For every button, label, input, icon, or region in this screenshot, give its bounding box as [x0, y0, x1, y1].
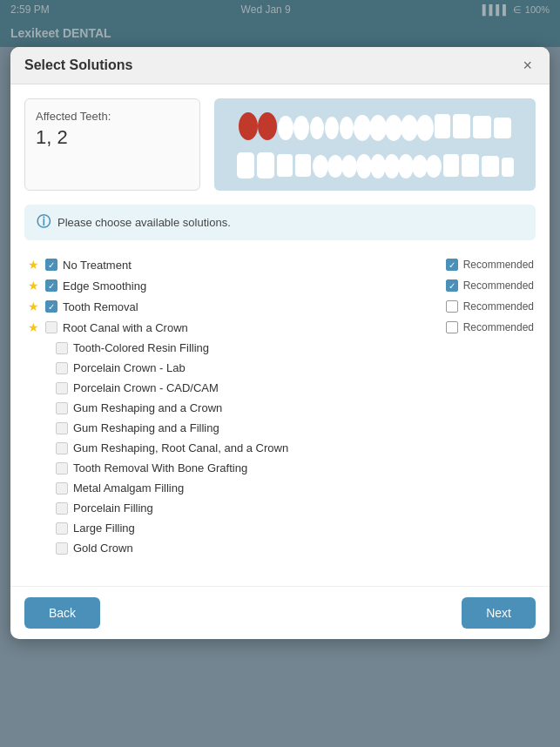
solution-item[interactable]: Porcelain Crown - Lab: [24, 358, 536, 378]
solution-checkbox[interactable]: [56, 342, 68, 354]
solution-right: Recommended: [421, 321, 534, 333]
modal-header: Select Solutions ×: [10, 47, 550, 84]
recommended-label: Recommended: [463, 279, 534, 292]
solution-left: Porcelain Filling: [56, 501, 534, 515]
recommended-label: Recommended: [463, 259, 534, 271]
svg-rect-17: [257, 152, 274, 178]
solution-left: ★✓Edge Smoothing: [26, 279, 421, 293]
solution-checkbox[interactable]: [56, 522, 68, 535]
recommended-checkbox[interactable]: ✓: [446, 279, 458, 292]
svg-rect-19: [295, 154, 311, 177]
recommended-checkbox[interactable]: ✓: [446, 259, 458, 271]
star-filled-icon[interactable]: ★: [26, 320, 40, 334]
solution-item[interactable]: ★✓Tooth RemovalRecommended: [24, 296, 536, 317]
solution-left: Porcelain Crown - Lab: [56, 361, 534, 374]
solution-label: Large Filling: [73, 522, 135, 535]
info-text: Please choose available solutions.: [57, 216, 231, 229]
solution-checkbox[interactable]: ✓: [45, 279, 57, 292]
solution-item[interactable]: Metal Amalgam Filling: [24, 478, 536, 498]
solution-left: Gum Reshaping, Root Canal, and a Crown: [56, 441, 534, 454]
info-banner: ⓘ Please choose available solutions.: [24, 205, 536, 240]
star-filled-icon[interactable]: ★: [26, 258, 40, 272]
solution-label: Tooth Removal With Bone Grafting: [73, 461, 247, 474]
solution-item[interactable]: Gum Reshaping, Root Canal, and a Crown: [24, 438, 536, 458]
solution-item[interactable]: ★Root Canal with a CrownRecommended: [24, 317, 536, 338]
solution-item[interactable]: Tooth-Colored Resin Filling: [24, 338, 536, 358]
solution-right: ✓Recommended: [421, 259, 534, 271]
lower-teeth-svg: [236, 147, 515, 184]
svg-point-22: [341, 155, 357, 178]
svg-point-25: [384, 154, 400, 178]
close-button[interactable]: ×: [519, 57, 536, 73]
recommended-checkbox[interactable]: [446, 321, 458, 333]
modal-select-solutions: Select Solutions × Affected Teeth: 1, 2: [10, 47, 550, 639]
solutions-list: ★✓No Treatment✓Recommended★✓Edge Smoothi…: [24, 254, 536, 558]
affected-teeth-box: Affected Teeth: 1, 2: [24, 98, 200, 191]
solution-left: ★Root Canal with a Crown: [26, 320, 421, 334]
svg-point-28: [426, 155, 442, 178]
svg-point-2: [278, 116, 293, 140]
svg-point-20: [313, 155, 328, 178]
solution-checkbox[interactable]: ✓: [45, 300, 57, 313]
solution-left: Porcelain Crown - CAD/CAM: [56, 381, 534, 394]
solution-item[interactable]: Tooth Removal With Bone Grafting: [24, 458, 536, 478]
solution-checkbox[interactable]: [56, 422, 68, 434]
solution-label: Porcelain Filling: [73, 501, 153, 515]
modal-footer: Back Next: [10, 586, 550, 639]
svg-point-6: [340, 117, 354, 139]
solution-label: Gum Reshaping, Root Canal, and a Crown: [73, 441, 288, 454]
solution-item[interactable]: Gum Reshaping and a Filling: [24, 418, 536, 438]
modal-body: Affected Teeth: 1, 2: [10, 84, 550, 586]
solution-label: Porcelain Crown - CAD/CAM: [73, 381, 219, 394]
solution-label: Tooth Removal: [63, 300, 138, 313]
solution-label: Porcelain Crown - Lab: [73, 361, 186, 374]
solution-checkbox[interactable]: ✓: [45, 259, 57, 271]
solution-checkbox[interactable]: [56, 542, 68, 555]
star-filled-icon[interactable]: ★: [26, 299, 40, 313]
svg-rect-29: [443, 154, 459, 177]
svg-point-11: [416, 115, 434, 141]
solution-item[interactable]: Large Filling: [24, 518, 536, 538]
svg-rect-12: [435, 114, 450, 138]
info-icon: ⓘ: [37, 213, 51, 232]
svg-point-0: [239, 112, 258, 140]
svg-rect-14: [473, 116, 491, 138]
svg-point-26: [398, 154, 414, 178]
solution-item[interactable]: Gold Crown: [24, 538, 536, 558]
svg-rect-32: [502, 158, 514, 177]
solution-checkbox[interactable]: [56, 502, 68, 515]
next-button[interactable]: Next: [462, 597, 536, 629]
solution-checkbox[interactable]: [45, 321, 57, 333]
star-filled-icon[interactable]: ★: [26, 279, 40, 293]
svg-point-5: [325, 117, 339, 139]
back-button[interactable]: Back: [24, 597, 100, 629]
solution-label: Metal Amalgam Filling: [73, 481, 184, 495]
solution-checkbox[interactable]: [56, 402, 68, 414]
solution-checkbox[interactable]: [56, 482, 68, 495]
solution-item[interactable]: Porcelain Filling: [24, 498, 536, 518]
solution-label: Edge Smoothing: [63, 279, 146, 293]
solution-left: Metal Amalgam Filling: [56, 481, 534, 495]
solution-checkbox[interactable]: [56, 442, 68, 454]
svg-point-24: [370, 154, 386, 178]
svg-point-4: [310, 117, 324, 139]
solution-right: ✓Recommended: [421, 279, 534, 292]
solution-item[interactable]: ★✓No Treatment✓Recommended: [24, 254, 536, 275]
solution-left: Gum Reshaping and a Crown: [56, 401, 534, 414]
solution-checkbox[interactable]: [56, 382, 68, 394]
modal-title: Select Solutions: [24, 57, 132, 73]
solution-checkbox[interactable]: [56, 462, 68, 474]
svg-point-23: [356, 154, 372, 178]
solution-left: Gum Reshaping and a Filling: [56, 421, 534, 434]
solution-label: Gold Crown: [73, 542, 133, 555]
solution-item[interactable]: ★✓Edge Smoothing✓Recommended: [24, 275, 536, 296]
solution-item[interactable]: Porcelain Crown - CAD/CAM: [24, 378, 536, 398]
solution-left: Large Filling: [56, 522, 534, 535]
recommended-checkbox[interactable]: [446, 300, 458, 313]
solution-left: ★✓Tooth Removal: [26, 299, 421, 313]
affected-teeth-value: 1, 2: [36, 126, 189, 149]
solution-checkbox[interactable]: [56, 362, 68, 374]
solution-item[interactable]: Gum Reshaping and a Crown: [24, 398, 536, 418]
recommended-label: Recommended: [463, 321, 534, 333]
solution-left: Gold Crown: [56, 542, 534, 555]
